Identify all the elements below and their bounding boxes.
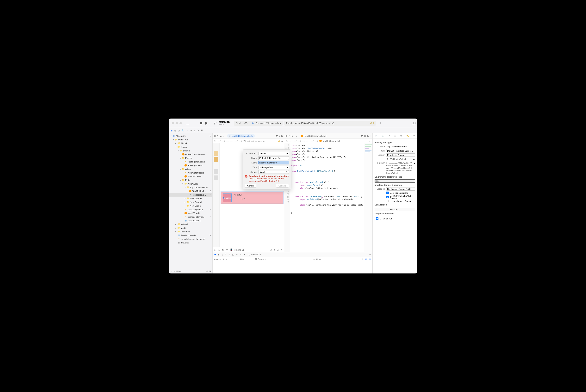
add-file-icon[interactable]: ＋ bbox=[170, 270, 172, 273]
tree-row[interactable]: ▦Info.plist bbox=[169, 241, 212, 244]
warning-badge[interactable]: ⚠︎ 3 bbox=[370, 122, 374, 124]
tree-row[interactable]: 🟠AlbumVC.swift bbox=[169, 174, 212, 178]
debug-scheme[interactable]: Melon-iOS bbox=[251, 253, 261, 256]
builds-for-select[interactable]: Deployment Target (15.0) bbox=[386, 187, 415, 190]
zoom-icon[interactable]: ▭ bbox=[226, 248, 228, 251]
run-button[interactable] bbox=[204, 121, 209, 125]
tree-row[interactable]: ▾📁Source bbox=[169, 145, 212, 149]
pin-icon[interactable]: ⊞ bbox=[274, 248, 275, 251]
tree-row[interactable]: 🟠MainVC.swift bbox=[169, 211, 212, 215]
tree-row[interactable]: ▸📁Model bbox=[169, 226, 212, 230]
nav-grid-icon[interactable]: ⊞ bbox=[291, 134, 293, 137]
tree-row[interactable]: ▾📁Melon-iOS bbox=[169, 138, 212, 142]
phone-icon[interactable]: 📱 bbox=[230, 248, 233, 251]
adjust-editor-icon[interactable]: ⇄ bbox=[361, 134, 363, 137]
safe-area-checkbox[interactable]: Use Safe Area Layout Guides bbox=[386, 195, 415, 199]
breakpoint-nav-icon[interactable]: ⬠ bbox=[197, 129, 199, 132]
tree-row[interactable]: ▸📁New Group bbox=[169, 204, 212, 208]
panel-right-icon[interactable]: ▥ bbox=[369, 258, 371, 260]
tree-row[interactable]: ▸📁New Group2 bbox=[169, 196, 212, 200]
tree-row[interactable]: ✶Main.storyboardM bbox=[169, 208, 212, 211]
tree-row[interactable]: ▾📁Top3TableViewCell bbox=[169, 186, 212, 189]
history-inspector-icon[interactable]: 🕘 bbox=[382, 134, 384, 137]
add-button[interactable]: ＋ bbox=[378, 120, 383, 126]
appearance-icon[interactable]: ◐ bbox=[222, 248, 224, 251]
tree-row[interactable]: ▾◻︎Melon-iOSM bbox=[169, 134, 212, 138]
nav-history-icon[interactable]: ☰ bbox=[220, 134, 222, 137]
jumpbar-right[interactable]: ◻︎〉▤〉▤〉▤〉▤〉▤〉▤〉▤〉🟠 Top3TableViewCell ‹ › bbox=[284, 139, 372, 143]
size-inspector-icon[interactable]: 📏 bbox=[406, 134, 409, 137]
recent-icon[interactable]: ◷ bbox=[206, 270, 208, 272]
scm-filter-icon[interactable]: ▣ bbox=[209, 270, 211, 272]
tree-row[interactable]: ▤Assets.xcassetsM bbox=[169, 234, 212, 237]
memory-icon[interactable]: ✂︎ bbox=[236, 253, 238, 256]
table-cell-preview[interactable]: mageVi N Title - 싸이 bbox=[221, 192, 283, 204]
nav-back-icon[interactable]: ↖︎ bbox=[217, 134, 219, 137]
tree-row[interactable]: 🟠PostingVC.swift bbox=[169, 164, 212, 167]
editor-tab[interactable]: 🟠Top3TableViewCell.swift bbox=[299, 134, 329, 138]
trash-icon[interactable]: 🗑 bbox=[362, 258, 364, 260]
debug-nav-icon[interactable]: ⎚ bbox=[194, 130, 195, 132]
sidebar-toggle-icon[interactable] bbox=[185, 121, 190, 125]
inspector-location-select[interactable]: Relative to Group bbox=[386, 154, 415, 157]
location-icon[interactable]: ➤ bbox=[244, 253, 245, 256]
eye-icon[interactable]: 👁 bbox=[222, 258, 225, 260]
image-view[interactable]: mageVi bbox=[223, 194, 232, 202]
authors-icon[interactable]: ▥ bbox=[364, 134, 366, 137]
resolve-icon[interactable]: △ bbox=[277, 248, 279, 251]
help-inspector-icon[interactable]: ? bbox=[388, 135, 390, 137]
reveal-icon[interactable]: ➜ bbox=[413, 162, 415, 164]
energy-icon[interactable]: ⚛︎ bbox=[240, 253, 242, 256]
resize-handle-icon[interactable]: ⋯ bbox=[249, 205, 251, 208]
symbol-nav-icon[interactable]: ◫ bbox=[178, 129, 180, 132]
debug-panel-icon[interactable]: ▭ bbox=[369, 253, 371, 256]
library-icon[interactable] bbox=[410, 121, 417, 125]
orientation-icon[interactable]: ⦿ bbox=[218, 249, 220, 251]
step-into-icon[interactable]: ↧ bbox=[225, 253, 227, 256]
pause-icon[interactable]: ⏸ bbox=[218, 254, 220, 256]
project-nav-icon[interactable]: ▤ bbox=[171, 129, 173, 132]
nav-prev-icon[interactable]: ‹ bbox=[223, 135, 224, 137]
report-nav-icon[interactable]: ☰ bbox=[201, 129, 203, 132]
cancel-button[interactable]: Cancel bbox=[245, 184, 256, 188]
nav-back-icon[interactable]: ↖︎ bbox=[289, 134, 290, 137]
file-tree[interactable]: ▾◻︎Melon-iOSM▾📁Melon-iOS▸📁Global▾📁Source… bbox=[169, 133, 212, 269]
folder-picker-icon[interactable]: ▤ bbox=[413, 158, 415, 160]
embed-icon[interactable]: ⬇︎ bbox=[281, 248, 283, 251]
storage-select[interactable]: Weak bbox=[258, 170, 289, 174]
tree-row[interactable]: ✶exercise.storybo…A bbox=[169, 215, 212, 219]
target-membership[interactable]: ◻︎ Melon-iOS bbox=[375, 216, 415, 221]
inspector-tabs[interactable]: 📄 🕘 ? ▭ ⚙︎ 📏 ↻ bbox=[373, 133, 417, 139]
debug-toggle-icon[interactable]: ▰ bbox=[214, 253, 216, 256]
scheme-selector[interactable]: ◻︎Me…iOS 〉 ◉iPod touch (7th generation) bbox=[234, 121, 283, 126]
find-nav-icon[interactable]: 🔍 bbox=[182, 129, 184, 132]
nav-prev-icon[interactable]: ‹ bbox=[294, 135, 295, 137]
tree-row[interactable]: ▤Main.xcassets bbox=[169, 219, 212, 222]
file-inspector-icon[interactable]: 📄 bbox=[375, 134, 377, 137]
align-icon[interactable]: ⊟ bbox=[270, 248, 272, 251]
related-items-icon[interactable]: ▦ bbox=[285, 134, 287, 137]
minimap-icon[interactable]: ≡ bbox=[279, 135, 280, 137]
nav-next-icon[interactable]: › bbox=[225, 135, 226, 137]
tree-row[interactable]: ▸📁Resource bbox=[169, 230, 212, 234]
list-icon[interactable]: ≡ bbox=[226, 258, 227, 260]
tree-row[interactable]: ▾📁AlbumCells bbox=[169, 182, 212, 186]
jumpbar-left[interactable]: ◻︎〉▤〉▤〉▤〉▤〉▤〉▤〉✕〉▭〉▭〉▭ Im…iew ⚠︎‹ › bbox=[213, 139, 284, 143]
variables-filter[interactable] bbox=[240, 258, 252, 260]
cell-object-icon[interactable] bbox=[214, 157, 218, 162]
issue-nav-icon[interactable]: ⚠︎ bbox=[186, 129, 188, 132]
tree-row[interactable]: ▸📁Network bbox=[169, 222, 212, 226]
tree-row[interactable]: ✶Album.storyboard bbox=[169, 171, 212, 174]
trait-variations-checkbox[interactable]: Use Trait Variations bbox=[386, 192, 415, 194]
traffic-lights[interactable] bbox=[169, 122, 185, 124]
device-config-icon[interactable]: ⬚ bbox=[214, 248, 216, 251]
tree-row[interactable]: ▾📁Screen bbox=[169, 149, 212, 152]
tree-row[interactable]: ✕Top3TableVi…A bbox=[169, 193, 212, 196]
adjust-editor-icon[interactable]: ⇄ bbox=[276, 134, 278, 137]
tree-row[interactable]: ✶LaunchScreen.storyboard bbox=[169, 237, 212, 241]
tree-row[interactable]: ▸📁New Group1 bbox=[169, 200, 212, 204]
code-area[interactable]: class="cm">// class="cm">// Top3TableVie… bbox=[290, 143, 364, 252]
inspector-name-input[interactable] bbox=[386, 145, 415, 148]
editor-tab[interactable]: × Top3TableViewCell.xib bbox=[227, 134, 254, 138]
tree-row[interactable]: ✶Posting.storyboard bbox=[169, 160, 212, 164]
